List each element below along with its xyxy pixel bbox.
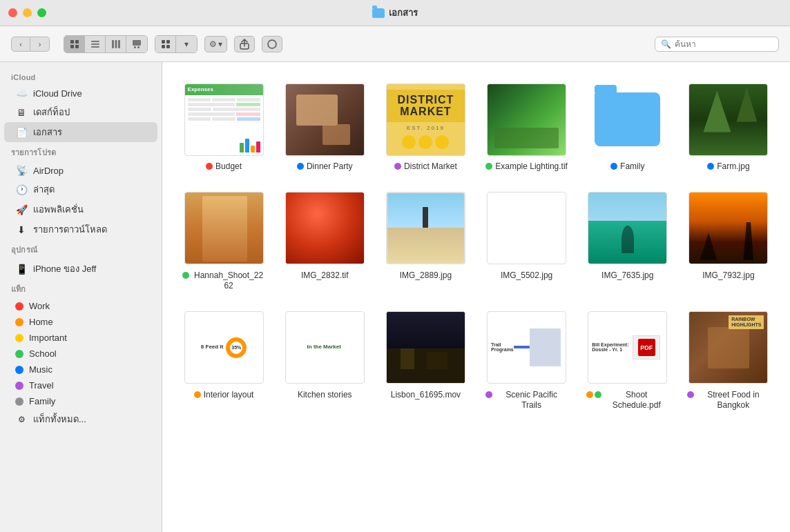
sidebar-item-recents[interactable]: 🕐 ล่าสุด [4,179,157,199]
sidebar-item-downloads[interactable]: ⬇ รายการดาวน์โหลด [4,219,157,239]
sidebar-item-applications[interactable]: 🚀 แอพพลิเคชั่น [4,199,157,219]
shoot-schedule-label: Shoot Schedule.pdf [586,390,669,411]
sidebar-item-tag-important-label: Important [29,333,67,343]
sidebar-item-tag-school-label: School [29,348,57,359]
sidebar-item-tag-family-label: Family [29,396,55,406]
sidebar-item-documents[interactable]: 📄 เอกสาร [4,122,157,142]
file-item-farm[interactable]: Farm.jpg [681,76,776,178]
file-item-interior[interactable]: 8 Feed It 35% [176,304,271,417]
img2832-thumbnail [283,190,366,266]
file-item-img7635[interactable]: IMG_7635.jpg [580,185,675,297]
search-input[interactable] [675,39,773,49]
airdrop-icon: 📡 [15,164,28,177]
desktop-icon: 🖥 [15,106,28,119]
interior-label: Interior layout [194,390,254,401]
family-tag-dot [15,397,23,406]
svg-rect-8 [115,40,117,48]
file-item-img2889[interactable]: IMG_2889.jpg [378,185,473,297]
view-grid-button[interactable] [64,36,85,52]
minimize-button[interactable] [23,8,32,17]
file-item-img2832[interactable]: IMG_2832.tif [277,185,372,297]
sidebar-item-airdrop-label: AirDrop [33,166,64,176]
view-column-button[interactable] [106,36,126,52]
music-tag-dot [15,366,23,374]
search-box[interactable]: 🔍 [655,37,779,52]
sidebar-item-tag-school[interactable]: School [4,346,157,362]
svg-rect-6 [91,46,99,48]
sidebar-item-tag-work-label: Work [29,301,50,311]
sidebar-item-tag-home[interactable]: Home [4,314,157,330]
img2832-label: IMG_2832.tif [301,270,349,282]
lisbon-thumbnail [384,310,467,386]
tag-button[interactable] [262,36,282,52]
file-item-family-folder[interactable]: Family [580,76,675,178]
file-item-example-lighting[interactable]: Example Lighting.tif [479,76,575,178]
scenic-thumbnail: Trail Programs [485,310,568,386]
sidebar-item-all-tags[interactable]: ⚙ แท็กทั้งหมด... [4,409,157,429]
sidebar-item-tag-music[interactable]: Music [4,362,157,377]
svg-point-18 [268,40,276,48]
sidebar-item-tag-work[interactable]: Work [4,298,157,314]
file-item-img5502[interactable]: IMG_5502.jpg [479,185,575,297]
sidebar-item-desktop[interactable]: 🖥 เดสก์ท็อป [4,102,157,122]
documents-icon: 📄 [15,126,28,139]
window-controls[interactable] [8,8,46,17]
sidebar-item-airdrop[interactable]: 📡 AirDrop [4,161,157,179]
folder-title-icon [372,8,385,18]
interior-thumbnail: 8 Feed It 35% [182,310,265,386]
maximize-button[interactable] [37,8,46,17]
file-item-kitchen[interactable]: In the Market Kitchen stories [277,304,372,417]
svg-rect-1 [75,40,79,43]
share-button[interactable] [234,36,255,52]
sidebar-item-icloud-drive-label: iCloud Drive [33,88,82,99]
close-button[interactable] [8,8,17,17]
all-tags-icon: ⚙ [15,413,28,426]
svg-rect-7 [112,40,114,48]
back-button[interactable]: ‹ [11,37,30,52]
recents-icon: 🕐 [15,184,28,196]
sidebar-item-tag-family[interactable]: Family [4,393,157,409]
family-folder-thumbnail [586,81,669,157]
devices-section-header: อุปกรณ์ [0,239,162,259]
file-item-shoot-schedule[interactable]: Bill Experiment: Dossle - Yr. 1 PDF [580,304,675,417]
kitchen-label: Kitchen stories [298,390,352,401]
group-sort-button[interactable] [155,36,176,52]
view-cover-button[interactable] [126,36,147,52]
file-item-img7932[interactable]: IMG_7932.jpg [681,185,776,297]
sidebar-item-icloud-drive[interactable]: ☁️ iCloud Drive [4,84,157,102]
file-item-lisbon[interactable]: Lisbon_61695.mov [378,304,473,417]
sidebar-item-iphone[interactable]: 📱 iPhone ของ Jeff [4,259,157,279]
district-market-thumbnail: DISTRICT MARKET EST. 2019 [384,81,467,157]
family-folder-label: Family [610,161,644,173]
sidebar-item-tag-music-label: Music [29,364,52,375]
sidebar-item-all-tags-label: แท็กทั้งหมด... [33,412,86,426]
example-lighting-label: Example Lighting.tif [485,161,568,173]
view-list-button[interactable] [85,36,106,52]
street-food-label: Street Food in Bangkok [687,390,770,411]
sidebar-item-documents-label: เอกสาร [33,125,62,139]
farm-label: Farm.jpg [707,161,749,173]
sidebar-item-applications-label: แอพพลิเคชั่น [33,202,84,217]
work-tag-dot [15,302,23,311]
forward-button[interactable]: › [30,37,50,52]
sidebar-item-tag-travel[interactable]: Travel [4,377,157,393]
sidebar-item-downloads-label: รายการดาวน์โหลด [33,222,107,237]
img5502-thumbnail [485,190,568,266]
sidebar: iCloud ☁️ iCloud Drive 🖥 เดสก์ท็อป 📄 เอก… [0,62,162,532]
search-icon: 🔍 [661,39,671,49]
file-item-dinner-party[interactable]: Dinner Party [277,76,372,178]
file-item-street-food[interactable]: RAINBOW HIGHLIGHTS Street Food in Bangko… [681,304,776,417]
downloads-icon: ⬇ [15,224,28,236]
sidebar-item-tag-important[interactable]: Important [4,330,157,346]
gear-action-button[interactable]: ⚙ ▾ [204,36,227,52]
file-item-hannah-shoot[interactable]: Hannah_Shoot_22 62 [176,185,271,297]
window-title: เอกสาร [389,6,418,20]
important-tag-dot [15,334,23,342]
img2889-label: IMG_2889.jpg [400,270,452,282]
file-item-district-market[interactable]: DISTRICT MARKET EST. 2019 District Marke [378,76,473,178]
group-dropdown-button[interactable]: ▾ [176,36,197,52]
file-item-budget[interactable]: Expenses [176,76,271,178]
file-item-scenic[interactable]: Trail Programs [479,304,575,417]
iphone-icon: 📱 [15,263,28,275]
title-bar: เอกสาร [0,0,790,26]
